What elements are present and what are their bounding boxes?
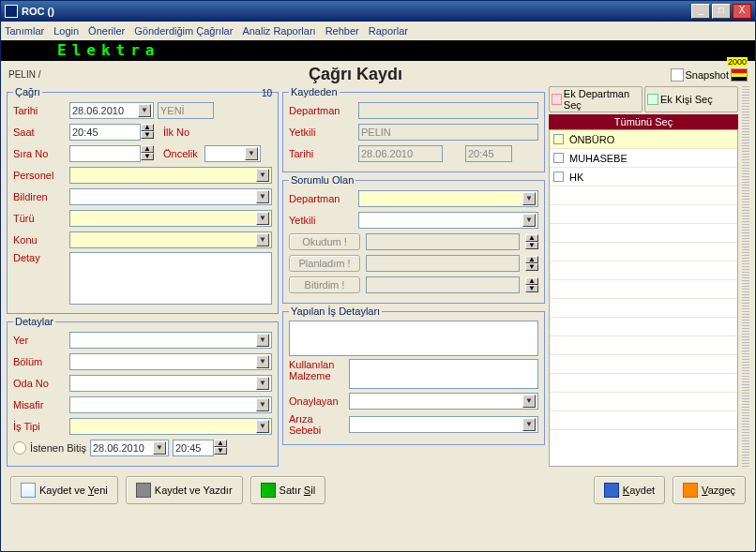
list-item bbox=[550, 336, 737, 355]
sorumlu-dep-label: Departman bbox=[289, 193, 355, 204]
bolum-combo[interactable]: ▼ bbox=[69, 353, 272, 370]
satir-sil-button[interactable]: Satır Sil bbox=[250, 476, 326, 504]
menu-login[interactable]: Login bbox=[53, 25, 79, 37]
kaydet-yazdir-button[interactable]: Kaydet ve Yazdır bbox=[126, 476, 243, 504]
chevron-down-icon[interactable]: ▼ bbox=[245, 147, 258, 160]
chevron-down-icon[interactable]: ▼ bbox=[522, 192, 536, 205]
detay-textarea[interactable] bbox=[69, 252, 272, 305]
onaylayan-combo[interactable]: ▼ bbox=[349, 393, 538, 410]
menu-oneriler[interactable]: Öneriler bbox=[88, 25, 125, 37]
menu-rehber[interactable]: Rehber bbox=[325, 25, 359, 37]
oda-combo[interactable]: ▼ bbox=[69, 375, 272, 392]
ek-departman-button[interactable]: Ek Departman Seç bbox=[549, 86, 643, 112]
sorumlu-yetkili-combo[interactable]: ▼ bbox=[358, 212, 538, 229]
chevron-down-icon[interactable]: ▼ bbox=[522, 418, 536, 431]
ek-kisi-button[interactable]: Ek Kişi Seç bbox=[644, 86, 738, 112]
saat-label: Saat bbox=[13, 127, 66, 138]
konu-combo[interactable]: ▼ bbox=[69, 231, 272, 248]
istipi-combo[interactable]: ▼ bbox=[69, 418, 272, 435]
sorumlu-dep-combo[interactable]: ▼ bbox=[358, 190, 538, 207]
list-item bbox=[550, 224, 737, 243]
checkbox[interactable] bbox=[553, 153, 564, 163]
cagri-legend-text: Çağrı bbox=[15, 86, 40, 97]
tumunu-sec-header[interactable]: Tümünü Seç bbox=[549, 114, 738, 129]
turu-label: Türü bbox=[13, 213, 66, 224]
kaydeden-tarihi-label: Tarihi bbox=[289, 148, 355, 159]
ariza-combo[interactable]: ▼ bbox=[349, 416, 538, 433]
delete-icon bbox=[261, 483, 276, 498]
istenen-time[interactable] bbox=[173, 440, 214, 456]
detaylar-group: Detaylar Yer▼ Bölüm▼ Oda No▼ Misafir▼ İş… bbox=[7, 316, 279, 467]
maximize-button[interactable]: □ bbox=[712, 4, 731, 19]
chevron-down-icon[interactable]: ▼ bbox=[256, 190, 269, 203]
chevron-down-icon[interactable]: ▼ bbox=[256, 169, 269, 182]
snapshot-label[interactable]: Snapshot bbox=[686, 69, 729, 81]
left-column: Çağrı 10 Tarihi 28.06.2010▼ Saat ▲▼ İlk … bbox=[7, 86, 279, 467]
chevron-down-icon[interactable]: ▼ bbox=[256, 420, 269, 433]
yer-combo[interactable]: ▼ bbox=[69, 332, 272, 349]
personel-combo[interactable]: ▼ bbox=[69, 167, 272, 184]
okudum-button[interactable]: Okudum ! bbox=[289, 233, 360, 250]
bitirdim-spinner[interactable]: ▲▼ bbox=[525, 277, 538, 292]
chevron-down-icon[interactable]: ▼ bbox=[256, 212, 269, 225]
chevron-down-icon[interactable]: ▼ bbox=[256, 334, 269, 347]
checkbox[interactable] bbox=[553, 172, 564, 182]
chevron-down-icon[interactable]: ▼ bbox=[256, 398, 269, 411]
cagri-group: Çağrı 10 Tarihi 28.06.2010▼ Saat ▲▼ İlk … bbox=[7, 86, 279, 314]
minimize-button[interactable]: _ bbox=[691, 4, 710, 19]
kaydet-button[interactable]: Kaydet bbox=[594, 476, 665, 504]
kaydeden-yetkili-field bbox=[358, 124, 538, 141]
yer-label: Yer bbox=[13, 335, 66, 346]
close-button[interactable]: X bbox=[733, 4, 751, 19]
list-item[interactable]: ÖNBÜRO bbox=[550, 130, 737, 149]
list-item bbox=[550, 186, 737, 205]
bottom-bar: Kaydet ve Yeni Kaydet ve Yazdır Satır Si… bbox=[1, 470, 755, 510]
menu-tanimlar[interactable]: Tanımlar bbox=[5, 25, 44, 37]
planladim-spinner[interactable]: ▲▼ bbox=[525, 256, 538, 271]
cagri-legend: Çağrı bbox=[13, 86, 42, 97]
chevron-down-icon[interactable]: ▼ bbox=[522, 395, 536, 408]
kaydet-yeni-button[interactable]: Kaydet ve Yeni bbox=[10, 476, 118, 504]
istenen-time-spinner[interactable]: ▲▼ bbox=[214, 440, 227, 456]
tarihi-date[interactable]: 28.06.2010▼ bbox=[69, 102, 154, 119]
chevron-down-icon[interactable]: ▼ bbox=[138, 104, 151, 117]
sirano-field[interactable] bbox=[69, 145, 141, 162]
menu-raporlar[interactable]: Raporlar bbox=[369, 25, 408, 37]
list-item[interactable]: MUHASEBE bbox=[550, 149, 737, 168]
misafir-combo[interactable]: ▼ bbox=[69, 396, 272, 413]
department-icon bbox=[552, 94, 562, 105]
chevron-down-icon[interactable]: ▼ bbox=[256, 355, 269, 368]
kaydeden-dep-label: Departman bbox=[289, 105, 355, 116]
department-list[interactable]: ÖNBÜRO MUHASEBE HK bbox=[549, 129, 738, 467]
chevron-down-icon[interactable]: ▼ bbox=[153, 441, 166, 455]
saat-spinner[interactable]: ▲▼ bbox=[141, 124, 154, 141]
menu-gonderdigim[interactable]: Gönderdiğim Çağrılar bbox=[134, 25, 233, 37]
chevron-down-icon[interactable]: ▼ bbox=[522, 214, 536, 227]
vazgec-label: Vazgeç bbox=[702, 485, 735, 496]
checkbox[interactable] bbox=[553, 134, 564, 144]
bildiren-combo[interactable]: ▼ bbox=[69, 188, 272, 205]
yapilan-textarea[interactable] bbox=[289, 321, 538, 356]
kaydeden-dep-field bbox=[358, 102, 538, 119]
sirano-spinner[interactable]: ▲▼ bbox=[141, 145, 154, 162]
malzeme-textarea[interactable] bbox=[349, 359, 538, 389]
ek-kisi-label: Ek Kişi Seç bbox=[660, 94, 713, 105]
list-item bbox=[550, 299, 737, 318]
splitter[interactable] bbox=[742, 86, 749, 467]
list-item[interactable]: HK bbox=[550, 168, 737, 186]
chevron-down-icon[interactable]: ▼ bbox=[256, 233, 269, 246]
cancel-icon bbox=[683, 483, 698, 498]
vazgec-button[interactable]: Vazgeç bbox=[673, 476, 746, 504]
turu-combo[interactable]: ▼ bbox=[69, 210, 272, 227]
save-icon bbox=[604, 483, 619, 498]
chevron-down-icon[interactable]: ▼ bbox=[256, 377, 269, 390]
okudum-spinner[interactable]: ▲▼ bbox=[525, 234, 538, 249]
saat-field[interactable] bbox=[69, 124, 141, 141]
istenen-date[interactable]: 28.06.2010▼ bbox=[90, 440, 169, 456]
oncelik-combo[interactable]: ▼ bbox=[204, 145, 261, 162]
planladim-button[interactable]: Planladım ! bbox=[289, 255, 360, 272]
menu-analiz[interactable]: Analiz Raporları bbox=[242, 25, 315, 37]
bitirdim-button[interactable]: Bitirdim ! bbox=[289, 276, 360, 293]
middle-column: Kaydeden Departman Yetkili Tarihi Soruml… bbox=[282, 86, 545, 467]
page-title: Çağrı Kaydı bbox=[40, 65, 670, 84]
